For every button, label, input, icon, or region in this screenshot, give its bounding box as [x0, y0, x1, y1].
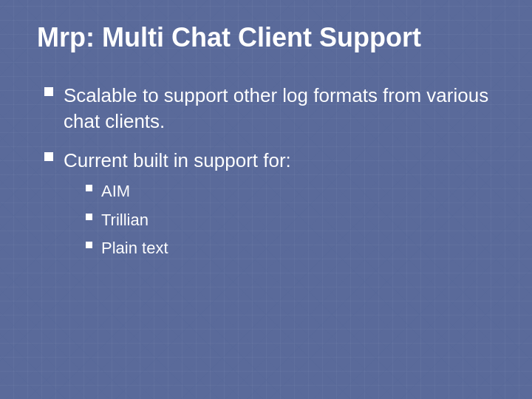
bullet-square-icon-2: [44, 152, 53, 161]
bullet-text-1: Scalable to support other log formats fr…: [64, 83, 495, 134]
sub-bullet-aim: AIM: [86, 181, 291, 202]
sub-bullet-text-plaintext: Plain text: [101, 238, 168, 259]
slide: Mrp: Multi Chat Client Support Scalable …: [0, 0, 532, 399]
sub-bullets: AIM Trillian Plain text: [86, 181, 291, 259]
slide-title: Mrp: Multi Chat Client Support: [37, 22, 495, 61]
sub-bullet-square-icon-2: [86, 214, 92, 220]
sub-bullet-square-icon-3: [86, 242, 92, 248]
bullet-text-2: Current built in support for:: [64, 149, 291, 171]
sub-bullet-text-aim: AIM: [101, 181, 130, 202]
sub-bullet-plaintext: Plain text: [86, 238, 291, 259]
bullet-item-1: Scalable to support other log formats fr…: [44, 83, 495, 134]
sub-bullet-square-icon-1: [86, 185, 92, 191]
bullet-square-icon: [44, 87, 53, 96]
sub-bullet-trillian: Trillian: [86, 210, 291, 231]
slide-content: Scalable to support other log formats fr…: [37, 83, 495, 267]
bullet-item-2: Current built in support for: AIM Trilli…: [44, 148, 495, 267]
sub-bullet-text-trillian: Trillian: [101, 210, 149, 231]
